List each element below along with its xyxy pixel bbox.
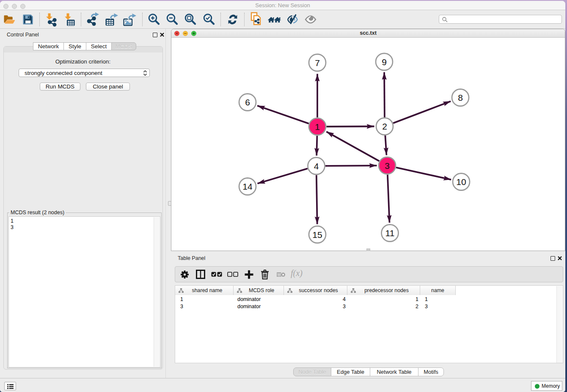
svg-text:4: 4 [314,161,319,171]
svg-text:8: 8 [458,93,463,102]
svg-text:2: 2 [382,121,387,131]
svg-text:14: 14 [242,182,253,191]
svg-text:15: 15 [312,230,322,240]
svg-text:7: 7 [315,58,320,68]
svg-text:3: 3 [385,161,390,171]
svg-text:1: 1 [315,122,320,132]
svg-text:6: 6 [245,97,250,107]
svg-text:11: 11 [385,228,395,238]
svg-text:10: 10 [456,177,466,187]
svg-text:9: 9 [382,57,387,67]
